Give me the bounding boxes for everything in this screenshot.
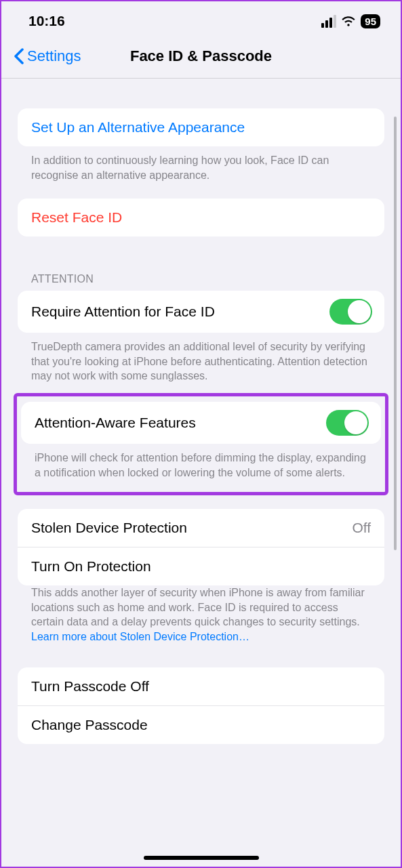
require-attention-label: Require Attention for Face ID	[31, 304, 215, 320]
status-icons: 95	[321, 14, 380, 28]
chevron-left-icon	[14, 48, 24, 64]
attention-section-header: ATTENTION	[1, 273, 401, 291]
status-bar: 10:16 95	[1, 1, 401, 38]
back-label: Settings	[27, 47, 81, 65]
stolen-device-footer: This adds another layer of security when…	[1, 585, 401, 644]
require-attention-footer: TrueDepth camera provides an additional …	[1, 339, 401, 384]
stolen-device-label: Stolen Device Protection	[31, 520, 187, 536]
setup-alt-appearance-button[interactable]: Set Up an Alternative Appearance	[18, 108, 384, 146]
nav-header: Settings Face ID & Passcode	[1, 38, 401, 79]
scrollbar[interactable]	[394, 117, 397, 550]
require-attention-toggle[interactable]	[329, 299, 372, 325]
back-button[interactable]: Settings	[14, 47, 81, 65]
learn-more-link[interactable]: Learn more about Stolen Device Protectio…	[31, 631, 249, 642]
turn-on-protection-button[interactable]: Turn On Protection	[18, 547, 384, 585]
attention-aware-footer: iPhone will check for attention before d…	[17, 451, 385, 480]
stolen-device-row[interactable]: Stolen Device Protection Off	[18, 509, 384, 547]
home-indicator[interactable]	[144, 856, 259, 860]
change-passcode-button[interactable]: Change Passcode	[18, 705, 384, 744]
cellular-icon	[321, 15, 336, 28]
stolen-footer-text: This adds another layer of security when…	[31, 587, 365, 627]
attention-aware-row[interactable]: Attention-Aware Features	[21, 402, 381, 444]
settings-content: Set Up an Alternative Appearance In addi…	[1, 79, 401, 771]
attention-aware-label: Attention-Aware Features	[35, 415, 196, 431]
reset-face-id-button[interactable]: Reset Face ID	[18, 199, 384, 236]
attention-aware-highlight: Attention-Aware Features iPhone will che…	[14, 393, 388, 495]
passcode-group: Turn Passcode Off Change Passcode	[18, 667, 384, 744]
battery-icon: 95	[361, 14, 380, 28]
require-attention-row[interactable]: Require Attention for Face ID	[18, 291, 384, 333]
attention-aware-toggle[interactable]	[326, 410, 369, 436]
stolen-device-value: Off	[352, 520, 371, 536]
alt-appearance-footer: In addition to continuously learning how…	[1, 153, 401, 182]
stolen-device-group: Stolen Device Protection Off Turn On Pro…	[18, 509, 384, 585]
wifi-icon	[341, 16, 356, 26]
status-time: 10:16	[28, 13, 65, 29]
turn-passcode-off-button[interactable]: Turn Passcode Off	[18, 667, 384, 705]
